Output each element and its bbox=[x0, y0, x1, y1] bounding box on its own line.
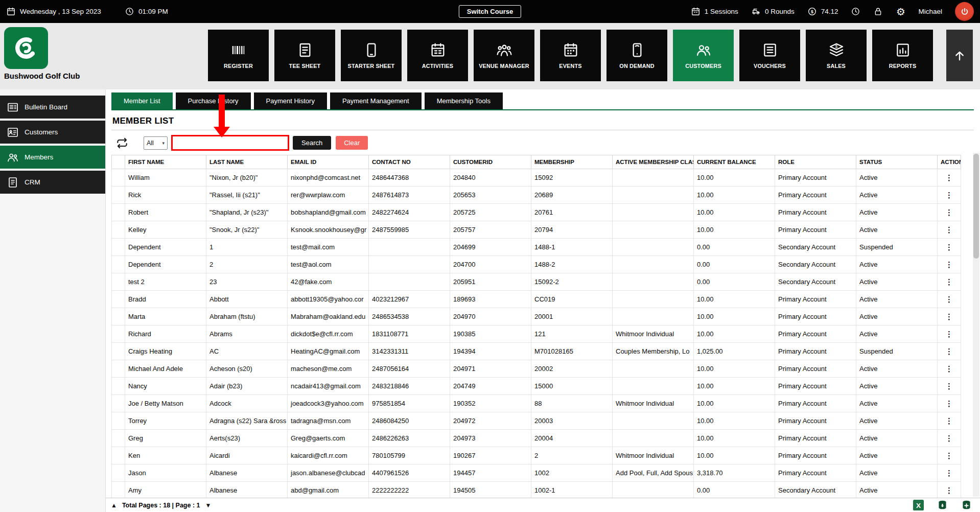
column-header-action[interactable]: ACTION bbox=[938, 155, 961, 169]
rounds-indicator[interactable]: 0 Rounds bbox=[751, 7, 795, 16]
row-actions-button[interactable]: ⋮ bbox=[938, 239, 961, 256]
row-actions-button[interactable]: ⋮ bbox=[938, 464, 961, 482]
row-select-cell[interactable] bbox=[112, 343, 125, 360]
row-select-cell[interactable] bbox=[112, 187, 125, 204]
row-select-cell[interactable] bbox=[112, 447, 125, 464]
row-select-cell[interactable] bbox=[112, 239, 125, 256]
tab-payment-management[interactable]: Payment Management bbox=[330, 92, 422, 109]
column-header-email-id[interactable]: EMAIL ID bbox=[288, 155, 369, 169]
nav-button-reports[interactable]: REPORTS bbox=[872, 30, 933, 81]
nav-button-venue-manager[interactable]: VENUE MANAGER bbox=[474, 30, 534, 81]
column-header-first-name[interactable]: FIRST NAME bbox=[125, 155, 206, 169]
balance-indicator[interactable]: $ 74.12 bbox=[807, 7, 838, 16]
lock-button[interactable] bbox=[873, 7, 883, 16]
member-row[interactable]: Dependent2test@aol.com2047001488-20.00Se… bbox=[112, 256, 961, 273]
row-select-cell[interactable] bbox=[112, 308, 125, 325]
add-data-icon[interactable] bbox=[961, 500, 972, 510]
nav-button-tee-sheet[interactable]: TEE SHEET bbox=[274, 30, 335, 81]
export-excel-icon[interactable]: X bbox=[913, 500, 924, 510]
row-actions-button[interactable]: ⋮ bbox=[938, 308, 961, 325]
row-select-cell[interactable] bbox=[112, 412, 125, 430]
row-select-cell[interactable] bbox=[112, 395, 125, 412]
row-actions-button[interactable]: ⋮ bbox=[938, 187, 961, 204]
column-header-contact-no[interactable]: CONTACT NO bbox=[369, 155, 450, 169]
row-actions-button[interactable]: ⋮ bbox=[938, 447, 961, 464]
row-actions-button[interactable]: ⋮ bbox=[938, 412, 961, 430]
switch-course-button[interactable]: Switch Course bbox=[459, 5, 521, 18]
row-actions-button[interactable]: ⋮ bbox=[938, 273, 961, 291]
scrollbar-thumb[interactable] bbox=[973, 154, 979, 259]
row-select-cell[interactable] bbox=[112, 169, 125, 187]
member-row[interactable]: Joe / Betty MatsonAdcockjoeadcock3@yahoo… bbox=[112, 395, 961, 412]
tab-purchase-history[interactable]: Purchase History bbox=[176, 92, 251, 109]
member-row[interactable]: MartaAbraham (ftstu)Mabraham@oakland.edu… bbox=[112, 308, 961, 325]
row-select-cell[interactable] bbox=[112, 378, 125, 395]
nav-button-activities[interactable]: ACTIVITIES bbox=[407, 30, 468, 81]
member-row[interactable]: JasonAlbanesejason.albanese@clubcad44079… bbox=[112, 464, 961, 482]
column-header-active-membership-classe[interactable]: ACTIVE MEMBERSHIP CLASSE bbox=[613, 155, 694, 169]
member-row[interactable]: Robert"Shapland, Jr (s23)"bobshapland@gm… bbox=[112, 204, 961, 221]
nav-button-customers[interactable]: CUSTOMERS bbox=[673, 30, 734, 81]
row-select-cell[interactable] bbox=[112, 464, 125, 482]
clear-button[interactable]: Clear bbox=[336, 136, 368, 150]
power-button[interactable] bbox=[955, 2, 974, 21]
member-row[interactable]: GregAerts(s23)Greg@gaerts.com24862262632… bbox=[112, 430, 961, 447]
column-header-membership[interactable]: MEMBERSHIP bbox=[531, 155, 613, 169]
row-actions-button[interactable]: ⋮ bbox=[938, 221, 961, 239]
member-row[interactable]: test 22342@fake.com20595115092-20.00Seco… bbox=[112, 273, 961, 291]
nav-button-on-demand[interactable]: ON DEMAND bbox=[606, 30, 667, 81]
filter-category-dropdown[interactable]: All ▾ bbox=[144, 136, 168, 150]
vertical-scrollbar[interactable] bbox=[973, 153, 979, 497]
row-select-cell[interactable] bbox=[112, 256, 125, 273]
sidebar-item-crm[interactable]: CRM bbox=[0, 171, 105, 194]
member-row[interactable]: TorreyAdragna (s22) Sara &rosstadragna@m… bbox=[112, 412, 961, 430]
member-row[interactable]: Dependent1test@mail.com2046991488-10.00S… bbox=[112, 239, 961, 256]
row-actions-button[interactable]: ⋮ bbox=[938, 378, 961, 395]
search-input[interactable] bbox=[171, 135, 289, 151]
row-select-cell[interactable] bbox=[112, 430, 125, 447]
column-header-role[interactable]: ROLE bbox=[775, 155, 856, 169]
member-row[interactable]: BraddAbbottabbott19305@yahoo.cor40232129… bbox=[112, 291, 961, 308]
row-actions-button[interactable]: ⋮ bbox=[938, 169, 961, 187]
sidebar-item-bulletin-board[interactable]: Bulletin Board bbox=[0, 96, 105, 119]
row-select-cell[interactable] bbox=[112, 273, 125, 291]
member-row[interactable]: NancyAdair (b23)ncadair413@gmail.com2483… bbox=[112, 378, 961, 395]
column-header-last-name[interactable]: LAST NAME bbox=[206, 155, 288, 169]
row-actions-button[interactable]: ⋮ bbox=[938, 343, 961, 360]
member-row[interactable]: William"Nixon, Jr (b20)"nixonphd@comcast… bbox=[112, 169, 961, 187]
row-select-cell[interactable] bbox=[112, 221, 125, 239]
column-header-current-balance[interactable]: CURRENT BALANCE bbox=[694, 155, 775, 169]
nav-button-vouchers[interactable]: VOUCHERS bbox=[739, 30, 800, 81]
nav-button-register[interactable]: REGISTER bbox=[208, 30, 269, 81]
row-actions-button[interactable]: ⋮ bbox=[938, 204, 961, 221]
row-actions-button[interactable]: ⋮ bbox=[938, 256, 961, 273]
page-down-icon[interactable]: ▼ bbox=[205, 502, 212, 509]
member-row[interactable]: Michael And AdeleAcheson (s20)macheson@m… bbox=[112, 360, 961, 378]
column-header-status[interactable]: STATUS bbox=[856, 155, 938, 169]
tab-payment-history[interactable]: Payment History bbox=[254, 92, 327, 109]
row-select-cell[interactable] bbox=[112, 204, 125, 221]
collapse-ribbon-button[interactable] bbox=[946, 30, 973, 81]
member-row[interactable]: Craigs HeatingACHeatingAC@gmail.com31423… bbox=[112, 343, 961, 360]
row-select-cell[interactable] bbox=[112, 325, 125, 343]
row-select-cell[interactable] bbox=[112, 291, 125, 308]
page-up-icon[interactable]: ▲ bbox=[111, 502, 117, 509]
member-row[interactable]: Kelley"Snook, Jr (s22)"Ksnook.snookhouse… bbox=[112, 221, 961, 239]
row-select-cell[interactable] bbox=[112, 482, 125, 499]
search-button[interactable]: Search bbox=[293, 136, 331, 150]
sidebar-item-members[interactable]: Members bbox=[0, 146, 105, 169]
export-data-icon[interactable] bbox=[937, 500, 948, 510]
row-actions-button[interactable]: ⋮ bbox=[938, 395, 961, 412]
time-clock-button[interactable] bbox=[851, 7, 860, 16]
nav-button-sales[interactable]: $ SALES bbox=[806, 30, 867, 81]
row-actions-button[interactable]: ⋮ bbox=[938, 360, 961, 378]
sessions-indicator[interactable]: 1 Sessions bbox=[691, 7, 738, 16]
member-row[interactable]: Rick"Rassel, Iii (s21)"rer@wwrplaw.com24… bbox=[112, 187, 961, 204]
settings-button[interactable]: ⚙ bbox=[896, 7, 905, 16]
nav-button-starter-sheet[interactable]: STARTER SHEET bbox=[341, 30, 402, 81]
tab-membership-tools[interactable]: Membership Tools bbox=[425, 92, 503, 109]
member-row[interactable]: RichardAbramsdickdot$e@cfl.rr.com1831108… bbox=[112, 325, 961, 343]
user-name[interactable]: Michael bbox=[918, 8, 942, 15]
member-row[interactable]: KenAicardikaicardi@cfl.rr.com78010579919… bbox=[112, 447, 961, 464]
row-actions-button[interactable]: ⋮ bbox=[938, 325, 961, 343]
